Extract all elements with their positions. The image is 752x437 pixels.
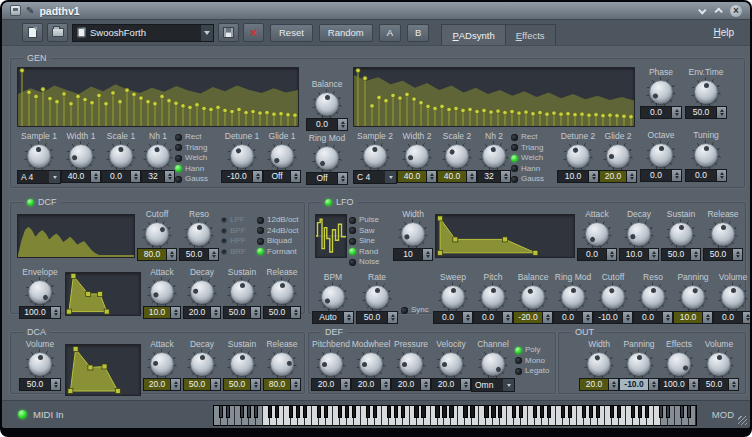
dcf-filter-display[interactable] <box>17 214 135 258</box>
def-pressure-spinbox[interactable]: 20.0 <box>391 378 431 391</box>
piano-black-key[interactable] <box>568 406 572 418</box>
dcf-reso-knob[interactable] <box>186 221 212 247</box>
spin-buttons[interactable] <box>420 379 430 390</box>
spin-buttons[interactable] <box>422 249 432 260</box>
radio-dcf-type-brf[interactable]: BRF <box>221 248 255 256</box>
phase-spinbox[interactable]: 0.0 <box>640 106 682 119</box>
lfo-release-knob[interactable] <box>710 221 736 247</box>
piano-black-key[interactable] <box>582 406 586 418</box>
spin-buttons[interactable] <box>130 171 140 182</box>
dca-volume-spinbox[interactable]: 50.0 <box>19 378 61 391</box>
piano-black-key[interactable] <box>289 406 293 418</box>
piano-black-key[interactable] <box>219 406 223 418</box>
lfo-sweep-knob[interactable] <box>440 284 466 310</box>
lfo-reso-spinbox[interactable]: 0.0 <box>633 311 673 324</box>
spin-buttons[interactable] <box>671 107 681 118</box>
def-pressure-knob[interactable] <box>398 351 424 377</box>
piano-black-key[interactable] <box>373 406 377 418</box>
dca-decay-spinbox[interactable]: 50.0 <box>183 378 221 391</box>
dcf-envelope-spinbox[interactable]: 100.0 <box>19 306 61 319</box>
octave-spinbox[interactable]: 0.0 <box>640 169 682 182</box>
dca-attack-knob[interactable] <box>149 351 175 377</box>
lfo-bpm-spinbox[interactable]: Auto <box>312 311 354 324</box>
piano-black-key[interactable] <box>303 406 307 418</box>
spin-buttons[interactable] <box>608 379 618 390</box>
close-icon[interactable] <box>730 5 742 17</box>
dcf-attack-knob[interactable] <box>149 279 175 305</box>
lfo-volume-knob[interactable] <box>720 284 746 310</box>
spin-buttons[interactable] <box>582 312 592 323</box>
radio-dcf-slope-formant[interactable]: Formant <box>257 248 309 256</box>
lfo-release-spinbox[interactable]: 50.0 <box>703 248 743 261</box>
nh1-spinbox[interactable]: 32 <box>141 170 175 183</box>
spin-buttons[interactable] <box>290 171 300 182</box>
tuning-knob[interactable] <box>693 142 719 168</box>
piano-black-key[interactable] <box>484 406 488 418</box>
piano-black-key[interactable] <box>547 406 551 418</box>
balance-spinbox[interactable]: 0.0 <box>306 118 348 131</box>
detune2-knob[interactable] <box>565 143 591 169</box>
spin-buttons[interactable] <box>716 107 726 118</box>
detune1-knob[interactable] <box>229 143 255 169</box>
dca-release-spinbox[interactable]: 80.0 <box>263 378 301 391</box>
out-effects-spinbox[interactable]: 100.0 <box>659 378 699 391</box>
osc2-harmonics-display[interactable] <box>353 67 635 127</box>
spin-buttons[interactable] <box>337 173 347 184</box>
dca-volume-knob[interactable] <box>27 351 53 377</box>
def-modwheel-knob[interactable] <box>358 351 384 377</box>
scale1-knob[interactable] <box>108 143 134 169</box>
a-button[interactable]: A <box>379 24 401 42</box>
detune1-spinbox[interactable]: -10.0 <box>221 170 263 183</box>
def-modwheel-spinbox[interactable]: 20.0 <box>351 378 391 391</box>
piano-black-key[interactable] <box>540 406 544 418</box>
radio-dcf-type-lpf[interactable]: LPF <box>221 216 255 224</box>
width2-spinbox[interactable]: 40.0 <box>397 170 437 183</box>
piano-black-key[interactable] <box>638 406 642 418</box>
piano-black-key[interactable] <box>498 406 502 418</box>
minimize-icon[interactable] <box>698 6 706 14</box>
radio-osc1-window-gauss[interactable]: Gauss <box>175 175 221 183</box>
lfo-width-knob[interactable] <box>400 221 426 247</box>
def-channel-combobox[interactable]: Omn <box>471 378 515 392</box>
lfo-ringmod-knob[interactable] <box>560 284 586 310</box>
spin-buttons[interactable] <box>337 119 347 130</box>
octave-knob[interactable] <box>648 142 674 168</box>
open-preset-button[interactable] <box>47 23 68 42</box>
spin-buttons[interactable] <box>500 171 510 182</box>
spin-buttons[interactable] <box>290 379 300 390</box>
scale2-spinbox[interactable]: 40.0 <box>437 170 477 183</box>
spin-buttons[interactable] <box>460 379 470 390</box>
piano-black-key[interactable] <box>449 406 453 418</box>
lfo-pitch-knob[interactable] <box>480 284 506 310</box>
radio-osc2-window-rect[interactable]: Rect <box>511 133 557 141</box>
radio-dcf-slope-12db-oct[interactable]: 12dB/oct <box>257 216 309 224</box>
lfo-decay-spinbox[interactable]: 10.0 <box>619 248 659 261</box>
lfo-rate-spinbox[interactable]: 50.0 <box>356 311 398 324</box>
piano-black-key[interactable] <box>387 406 391 418</box>
width1-spinbox[interactable]: 40.0 <box>61 170 101 183</box>
radio-lfo-shape-noise[interactable]: Noise <box>349 258 391 266</box>
spin-buttons[interactable] <box>250 307 260 318</box>
dcf-envelope-knob[interactable] <box>27 279 53 305</box>
piano-black-key[interactable] <box>254 406 258 418</box>
radio-dcf-slope-biquad[interactable]: Biquad <box>257 237 309 245</box>
dcf-release-spinbox[interactable]: 50.0 <box>263 306 301 319</box>
radio-def-mode-mono[interactable]: Mono <box>515 357 555 365</box>
dcf-decay-knob[interactable] <box>189 279 215 305</box>
radio-osc1-window-welch[interactable]: Welch <box>175 154 221 162</box>
piano-black-key[interactable] <box>519 406 523 418</box>
sample2-knob[interactable] <box>362 143 388 169</box>
spin-buttons[interactable] <box>671 170 681 181</box>
lfo-sustain-spinbox[interactable]: 50.0 <box>661 248 701 261</box>
spin-buttons[interactable] <box>426 171 436 182</box>
spin-buttons[interactable] <box>170 307 180 318</box>
lfo-width-spinbox[interactable]: 10 <box>393 248 433 261</box>
resize-grip-icon[interactable] <box>738 416 747 425</box>
random-button[interactable]: Random <box>319 24 373 42</box>
piano-black-key[interactable] <box>610 406 614 418</box>
lfo-attack-spinbox[interactable]: 0.0 <box>577 248 617 261</box>
dca-release-knob[interactable] <box>269 351 295 377</box>
spin-buttons[interactable] <box>210 307 220 318</box>
spin-buttons[interactable] <box>208 249 218 260</box>
dcf-release-knob[interactable] <box>269 279 295 305</box>
